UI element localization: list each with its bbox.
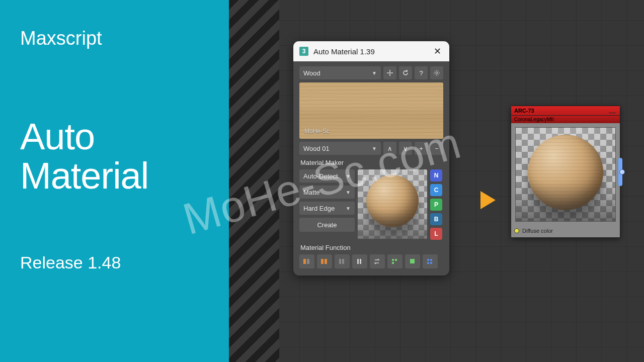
node-title[interactable]: ARC-73 xyxy=(511,106,620,116)
settings-button[interactable] xyxy=(430,66,443,79)
output-port[interactable] xyxy=(514,228,519,233)
layout-icon xyxy=(303,258,311,265)
banner-title-line2: Material xyxy=(20,155,148,197)
chevron-down-icon: ▼ xyxy=(372,146,377,151)
detect-dropdown[interactable]: Auto-Detect ▼ xyxy=(299,169,355,183)
refresh-icon xyxy=(402,69,409,76)
maker-section-label: Material Maker xyxy=(300,159,443,166)
prev-button[interactable]: ∧ xyxy=(383,142,396,155)
node-resize-handle[interactable] xyxy=(618,158,622,186)
layout-icon xyxy=(356,258,364,265)
node-type: CoronaLegacyMtl xyxy=(511,116,620,123)
svg-rect-8 xyxy=(357,259,359,264)
tag-p[interactable]: P xyxy=(430,199,442,211)
next-button[interactable]: ∨ xyxy=(399,142,412,155)
func-btn-8[interactable] xyxy=(423,254,438,268)
svg-rect-12 xyxy=(392,262,394,264)
tag-l[interactable]: L xyxy=(430,228,442,240)
close-button[interactable]: ✕ xyxy=(432,44,443,59)
minimize-icon[interactable]: — xyxy=(609,108,616,116)
node-preview[interactable] xyxy=(515,127,616,222)
grid-icon xyxy=(426,258,434,265)
svg-rect-3 xyxy=(307,259,309,264)
detect-value: Auto-Detect xyxy=(303,172,338,180)
chevron-down-icon: ▼ xyxy=(346,190,351,195)
create-label: Create xyxy=(317,221,337,229)
add-button[interactable]: + xyxy=(415,142,428,155)
function-buttons xyxy=(299,254,443,268)
preset-value: Wood 01 xyxy=(303,145,330,152)
svg-rect-9 xyxy=(360,259,361,264)
func-btn-4[interactable] xyxy=(352,254,367,268)
func-btn-5[interactable] xyxy=(370,254,385,268)
svg-point-1 xyxy=(436,72,438,74)
banner-release: Release 1.48 xyxy=(20,253,209,273)
grid-icon xyxy=(391,258,399,265)
dialog-body: Wood ▼ ? MoHe-Sc Wood 01 xyxy=(293,61,449,276)
func-btn-6[interactable] xyxy=(387,254,403,268)
func-btn-1[interactable] xyxy=(299,254,314,268)
svg-rect-15 xyxy=(430,259,432,261)
material-node[interactable]: — ARC-73 CoronaLegacyMtl Diffuse color xyxy=(511,106,620,238)
banner-subtitle: Maxscript xyxy=(20,28,209,49)
dialog-titlebar[interactable]: 3 Auto Material 1.39 ✕ xyxy=(293,41,449,61)
stripe-decoration xyxy=(229,0,279,362)
texture-watermark: MoHe-Sc xyxy=(304,128,330,135)
layout-icon xyxy=(338,258,346,265)
swap-icon xyxy=(373,258,381,265)
output-label: Diffuse color xyxy=(522,228,553,234)
layout-icon xyxy=(320,258,329,265)
plus-icon: + xyxy=(419,145,423,152)
tag-b[interactable]: B xyxy=(430,213,442,225)
help-icon: ? xyxy=(419,69,423,77)
svg-rect-4 xyxy=(321,259,324,264)
chevron-down-icon: ∨ xyxy=(403,145,408,152)
svg-rect-5 xyxy=(325,259,327,264)
banner-title: Auto Material xyxy=(20,117,209,195)
chevron-down-icon: ▼ xyxy=(346,206,351,211)
refresh-button[interactable] xyxy=(399,66,412,79)
sphere-render xyxy=(528,135,603,210)
svg-rect-16 xyxy=(427,262,429,264)
help-button[interactable]: ? xyxy=(415,66,428,79)
map-tags: N C P B L xyxy=(430,169,442,240)
finish-dropdown[interactable]: Matte ▼ xyxy=(299,186,355,199)
tag-n[interactable]: N xyxy=(430,169,442,182)
tag-c[interactable]: C xyxy=(430,184,442,196)
edge-value: Hard Edge xyxy=(303,205,335,212)
preset-dropdown[interactable]: Wood 01 ▼ xyxy=(299,142,381,155)
material-sphere-preview[interactable] xyxy=(358,169,427,239)
svg-rect-14 xyxy=(427,259,429,261)
svg-rect-17 xyxy=(430,262,432,264)
pick-button[interactable] xyxy=(383,66,396,79)
svg-rect-2 xyxy=(303,259,306,264)
svg-rect-13 xyxy=(410,259,415,263)
minus-icon: − xyxy=(435,145,439,152)
dialog-title: Auto Material 1.39 xyxy=(313,47,432,56)
create-button[interactable]: Create xyxy=(299,218,355,232)
function-section-label: Material Function xyxy=(300,244,443,251)
edge-dropdown[interactable]: Hard Edge ▼ xyxy=(299,202,355,215)
func-btn-7[interactable] xyxy=(405,254,420,268)
promo-banner: Maxscript Auto Material Release 1.48 xyxy=(0,0,229,362)
texture-preview[interactable]: MoHe-Sc xyxy=(299,82,443,139)
sphere-render xyxy=(366,175,419,227)
svg-rect-6 xyxy=(339,259,341,264)
func-btn-3[interactable] xyxy=(335,254,350,268)
func-btn-2[interactable] xyxy=(317,254,332,268)
arrow-icon xyxy=(480,191,496,209)
square-icon xyxy=(409,258,417,265)
svg-point-0 xyxy=(389,72,391,74)
svg-rect-10 xyxy=(392,259,394,261)
node-editor-stage[interactable]: 3 Auto Material 1.39 ✕ Wood ▼ ? xyxy=(229,0,644,362)
category-value: Wood xyxy=(303,69,320,77)
crosshair-icon xyxy=(386,69,393,76)
category-dropdown[interactable]: Wood ▼ xyxy=(299,66,381,79)
svg-rect-7 xyxy=(342,259,344,264)
finish-value: Matte xyxy=(303,189,320,196)
node-output-row: Diffuse color xyxy=(511,226,620,237)
gear-icon xyxy=(433,69,440,76)
svg-rect-11 xyxy=(395,259,397,261)
auto-material-dialog: 3 Auto Material 1.39 ✕ Wood ▼ ? xyxy=(293,41,449,276)
remove-button[interactable]: − xyxy=(430,142,443,155)
